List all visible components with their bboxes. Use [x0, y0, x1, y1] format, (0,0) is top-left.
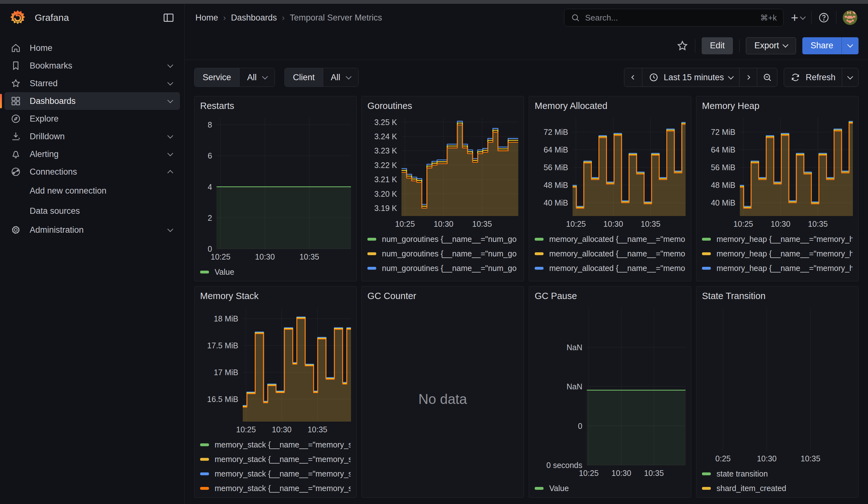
legend-item[interactable]: memory_stack {__name__="memory_s [200, 466, 351, 481]
sidebar-item-dashboards[interactable]: Dashboards [4, 92, 180, 110]
series-color-swatch [200, 443, 209, 446]
panel-title-memory-stack[interactable]: Memory Stack [200, 291, 351, 305]
legend-item[interactable]: state transition [702, 466, 852, 481]
sidebar: Grafana HomeBookmarksStarredDashboardsEx… [0, 4, 185, 504]
sidebar-item-drilldown[interactable]: Drilldown [4, 127, 180, 145]
time-shift-back-button[interactable] [624, 68, 642, 86]
time-range-button[interactable]: Last 15 minutes [642, 68, 740, 86]
breadcrumb-home[interactable]: Home [195, 13, 218, 23]
bell-icon [10, 149, 21, 160]
sidebar-item-administration[interactable]: Administration [4, 221, 180, 239]
legend-item[interactable]: memory_stack {__name__="memory_s [200, 481, 351, 495]
refresh-interval-button[interactable] [842, 68, 858, 86]
chart-goroutines[interactable]: 3.19 K3.20 K3.21 K3.22 K3.23 K3.24 K3.25… [368, 115, 518, 232]
star-icon [10, 78, 21, 89]
sidebar-item-add-new-connection[interactable]: Add new connection [4, 181, 180, 201]
drilldown-icon [10, 131, 21, 142]
share-options-button[interactable] [841, 37, 859, 54]
panel-title-goroutines[interactable]: Goroutines [368, 101, 518, 115]
sidebar-item-label: Home [30, 43, 52, 53]
legend-item[interactable]: memory_allocated {__name__="memo [535, 232, 685, 246]
chart-state-transition[interactable]: 0:2510:3010:35 [702, 305, 852, 466]
chart-gc-pause[interactable]: NaNNaN00 seconds10:2510:3010:35 [535, 305, 685, 481]
service-filter[interactable]: Service All [194, 68, 275, 87]
legend-label: num_goroutines {__name__="num_go [382, 278, 517, 279]
sidebar-item-connections[interactable]: Connections [4, 163, 180, 181]
help-button[interactable] [818, 12, 830, 24]
series-color-swatch [702, 487, 711, 490]
panel-title-state-transition[interactable]: State Transition [702, 291, 852, 305]
svg-text:NaN: NaN [567, 343, 582, 352]
legend-item[interactable]: num_goroutines {__name__="num_go [368, 246, 518, 261]
legend-item[interactable]: memory_heap {__name__="memory_h [702, 275, 852, 279]
legend-item[interactable]: memory_allocated {__name__="memo [535, 261, 685, 275]
favorite-star-button[interactable] [676, 40, 689, 52]
dashboard-toolbar: Edit Export Share [185, 32, 868, 60]
legend-item[interactable]: memory_stack {__name__="memory_s [200, 438, 351, 452]
panel-title-restarts[interactable]: Restarts [200, 101, 351, 115]
time-shift-forward-button[interactable] [739, 68, 757, 86]
svg-text:0 seconds: 0 seconds [546, 461, 582, 470]
search-icon [571, 13, 580, 22]
panel-title-gc-counter[interactable]: GC Counter [368, 291, 518, 305]
svg-text:10:35: 10:35 [300, 252, 319, 261]
chevron-down-icon [847, 74, 853, 79]
series-color-swatch [368, 252, 376, 255]
legend-item[interactable]: memory_heap {__name__="memory_h [702, 246, 852, 261]
legend-item[interactable]: memory_heap {__name__="memory_h [702, 232, 852, 246]
refresh-button[interactable]: Refresh [784, 68, 842, 86]
sidebar-item-bookmarks[interactable]: Bookmarks [4, 57, 180, 74]
legend-item[interactable]: Value [535, 481, 685, 495]
svg-text:10:35: 10:35 [808, 219, 828, 228]
sidebar-item-explore[interactable]: Explore [4, 110, 180, 127]
legend-item[interactable]: num_goroutines {__name__="num_go [368, 232, 518, 246]
panel-title-memory-heap[interactable]: Memory Heap [702, 101, 852, 115]
chart-memory-heap[interactable]: 40 MiB48 MiB56 MiB64 MiB72 MiB10:2510:30… [702, 115, 852, 232]
panel-title-gc-pause[interactable]: GC Pause [535, 291, 685, 305]
share-button[interactable]: Share [802, 37, 859, 54]
legend-item[interactable]: memory_allocated {__name__="memo [535, 275, 685, 279]
legend-item[interactable]: memory_stack {__name__="memory_s [200, 452, 351, 466]
legend-item[interactable]: memory_allocated {__name__="memo [535, 246, 685, 261]
panel-title-memory-allocated[interactable]: Memory Allocated [535, 101, 685, 115]
user-avatar[interactable] [843, 10, 857, 25]
divider [739, 39, 740, 52]
legend-item[interactable]: memory_heap {__name__="memory_h [702, 261, 852, 275]
legend-label: num_goroutines {__name__="num_go [382, 235, 517, 244]
legend-item[interactable]: shard_item_created [702, 481, 852, 495]
chart-memory-stack[interactable]: 16.5 MiB17 MiB17.5 MiB18 MiB10:2510:3010… [200, 305, 351, 438]
sidebar-item-data-sources[interactable]: Data sources [4, 201, 180, 221]
legend-label: shard_item_created [716, 484, 786, 493]
client-filter[interactable]: Client All [285, 68, 359, 87]
search-input[interactable]: Search... ⌘+k [564, 9, 783, 27]
series-color-swatch [535, 252, 544, 255]
legend-memory-stack: memory_stack {__name__="memory_smemory_s… [200, 438, 351, 495]
edit-button[interactable]: Edit [702, 37, 733, 54]
no-data-message: No data [368, 305, 518, 494]
legend-item[interactable]: num_goroutines {__name__="num_go [368, 261, 518, 275]
legend-label: Value [549, 484, 569, 493]
legend-label: memory_heap {__name__="memory_h [716, 235, 852, 244]
service-filter-value[interactable]: All [239, 68, 275, 86]
svg-text:10:35: 10:35 [472, 219, 492, 228]
export-button[interactable]: Export [746, 37, 796, 54]
sidebar-item-home[interactable]: Home [4, 39, 180, 57]
sidebar-item-starred[interactable]: Starred [4, 74, 180, 92]
legend-item[interactable]: num_goroutines {__name__="num_go [368, 275, 518, 279]
series-color-swatch [200, 271, 209, 274]
chart-restarts[interactable]: 0246810:2510:3010:35 [200, 115, 351, 265]
sidebar-toggle-icon[interactable] [162, 11, 175, 24]
legend-goroutines: num_goroutines {__name__="num_gonum_goro… [368, 232, 518, 279]
chart-memory-allocated[interactable]: 40 MiB48 MiB56 MiB64 MiB72 MiB10:2510:30… [535, 115, 685, 232]
client-filter-value[interactable]: All [323, 68, 358, 86]
chevron-down-icon [167, 62, 173, 68]
legend-item[interactable]: Value [200, 265, 351, 279]
svg-text:10:25: 10:25 [566, 219, 586, 228]
add-new-button[interactable]: + [791, 11, 805, 24]
zoom-out-time-button[interactable] [757, 68, 777, 86]
svg-text:0:25: 0:25 [715, 454, 731, 463]
sidebar-item-label: Dashboards [30, 96, 76, 106]
svg-text:64 MiB: 64 MiB [544, 145, 568, 154]
sidebar-item-alerting[interactable]: Alerting [4, 145, 180, 163]
breadcrumb-dashboards[interactable]: Dashboards [231, 13, 277, 23]
